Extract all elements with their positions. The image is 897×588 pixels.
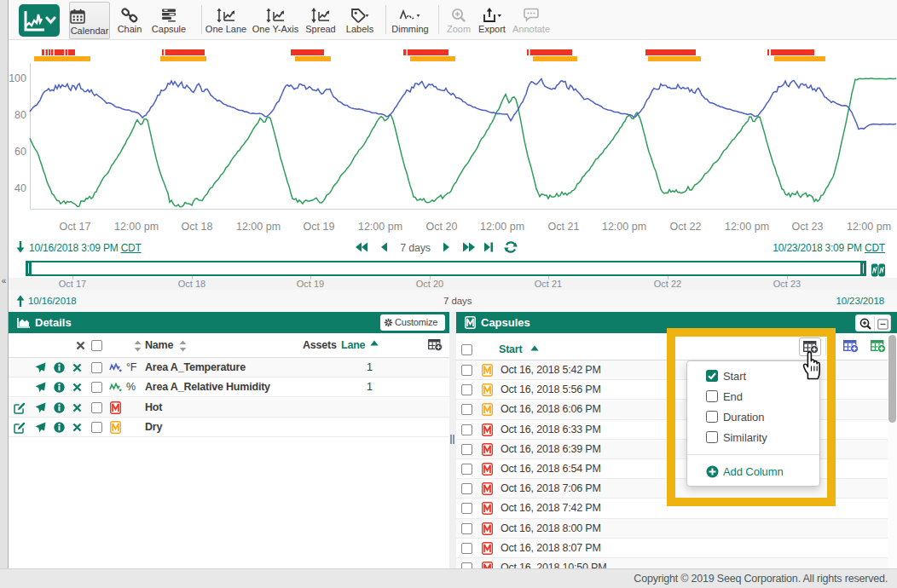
svg-text:100: 100 xyxy=(9,72,26,84)
svg-text:12:00 pm: 12:00 pm xyxy=(358,221,402,233)
svg-text:Oct 22: Oct 22 xyxy=(670,221,702,233)
svg-text:12:00 pm: 12:00 pm xyxy=(602,221,646,233)
svg-text:40: 40 xyxy=(14,182,26,194)
svg-text:12:00 pm: 12:00 pm xyxy=(114,221,159,233)
svg-text:Oct 20: Oct 20 xyxy=(426,221,458,233)
svg-text:Oct 23: Oct 23 xyxy=(792,221,824,233)
svg-text:12:00 pm: 12:00 pm xyxy=(480,221,524,233)
svg-text:60: 60 xyxy=(14,146,26,158)
svg-text:Oct 19: Oct 19 xyxy=(304,221,335,233)
svg-text:80: 80 xyxy=(14,109,26,121)
svg-text:Oct 17: Oct 17 xyxy=(60,221,91,233)
svg-text:Oct 18: Oct 18 xyxy=(182,221,213,233)
svg-text:7 days: 7 days xyxy=(400,242,431,254)
svg-text:Oct 21: Oct 21 xyxy=(548,221,580,233)
svg-text:12:00 pm: 12:00 pm xyxy=(847,221,891,233)
svg-text:12:00 pm: 12:00 pm xyxy=(236,221,281,233)
svg-text:12:00 pm: 12:00 pm xyxy=(725,221,769,233)
